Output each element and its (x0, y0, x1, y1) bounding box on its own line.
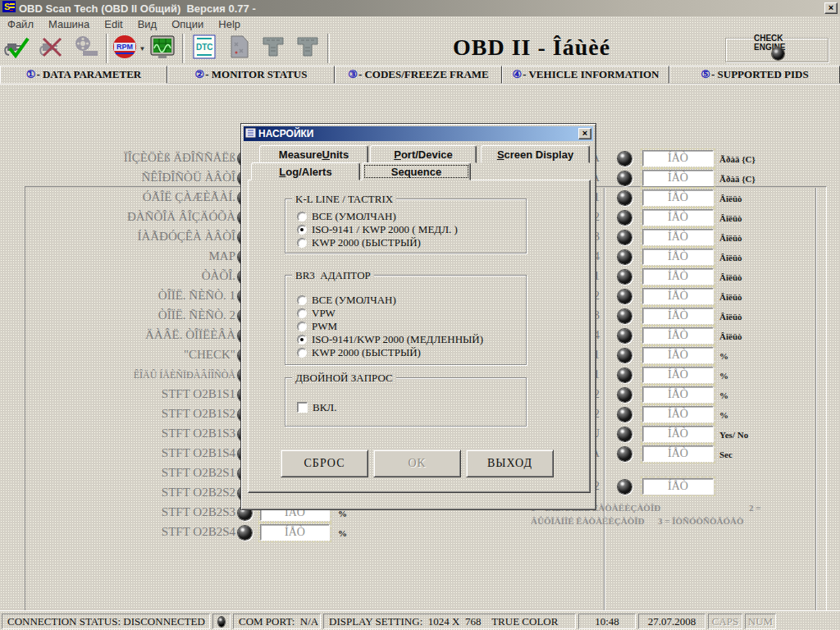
param-unit: % (338, 528, 347, 538)
status-led-icon (618, 427, 632, 441)
ok-button: OK (373, 450, 461, 477)
radio-button[interactable] (297, 212, 307, 221)
window-close-icon[interactable]: × (824, 2, 838, 14)
tab--codes-freeze-frame[interactable]: ③- CODES/FREEZE FRAME (335, 66, 502, 84)
status-bar: CONNECTION STATUS: DISCONNECTED COM PORT… (0, 610, 840, 630)
tab--monitor-status[interactable]: ②- MONITOR STATUS (167, 66, 335, 84)
tab-label: - MONITOR STATUS (205, 68, 307, 81)
oscilloscope-icon (148, 33, 176, 64)
param-unit: % (719, 351, 728, 361)
param-unit: % (719, 390, 728, 400)
status-led-icon (618, 309, 632, 323)
group-title: BR3 АДАПТОР (292, 269, 374, 282)
checkbox[interactable] (297, 402, 308, 413)
record-log-button[interactable] (69, 32, 103, 65)
window-titlebar[interactable]: S OBD Scan Tech (OBD II Общий) Версия 0.… (0, 0, 840, 16)
выход-button[interactable]: ВЫХОД (466, 450, 554, 477)
dialog-tab-port-device[interactable]: Port/Device (370, 145, 477, 163)
date: 27.07.2008 (638, 614, 705, 629)
radio-button[interactable] (297, 335, 307, 345)
status-led-icon (618, 211, 632, 225)
menu-item-0[interactable]: Файл (0, 18, 41, 30)
num-indicator: NUM (745, 614, 776, 629)
freeze-frame-button[interactable] (221, 32, 256, 65)
status-led-icon (618, 368, 632, 382)
status-led-icon (618, 171, 632, 185)
param-unit: Âîëüò (719, 331, 742, 341)
menu-item-4[interactable]: Опции (164, 18, 211, 30)
connector-2-button[interactable] (290, 32, 325, 65)
param-value-box: ÍÅÒ (260, 524, 330, 541)
dialog-tab-measure-units[interactable]: Measure Units (259, 145, 368, 163)
radio-button[interactable] (297, 225, 307, 235)
connection-led-panel (212, 614, 231, 629)
group-title: ДВОЙНОЙ ЗАПРОС (292, 372, 396, 385)
param-value-box: ÍÅÒ (642, 445, 714, 462)
dialog-close-icon[interactable]: × (578, 128, 591, 139)
param-unit: Ãðàä {C} (719, 154, 756, 164)
connection-status: CONNECTION STATUS: DISCONNECTED (2, 614, 210, 629)
status-led-icon (618, 191, 632, 205)
param-unit: Yes/ No (719, 430, 748, 440)
com-port-status: COM PORT: N/A (233, 614, 321, 629)
tab--supported-pids[interactable]: ⑤- SUPPORTED PIDS (669, 66, 840, 84)
connector-1-button[interactable] (256, 32, 290, 65)
option-row: ВСЕ (УМОЛЧАН) (297, 294, 396, 306)
param-value-box: ÍÅÒ (642, 347, 714, 363)
status-led-icon (618, 447, 632, 461)
svg-text:S: S (4, 2, 10, 11)
connect-button[interactable] (0, 32, 34, 65)
disconnect-button[interactable] (34, 32, 69, 65)
menu-item-2[interactable]: Edit (97, 18, 130, 30)
radio-button[interactable] (297, 348, 307, 358)
param-row: STFT O2B2S4ÍÅÒ% (0, 523, 840, 543)
toolbar-separator (327, 34, 330, 63)
br3-adapter-group: BR3 АДАПТОР ВСЕ (УМОЛЧАН)VPWPWMISO-9141/… (285, 275, 527, 365)
rpm-gauge-button[interactable]: RPM ▼ (111, 32, 145, 65)
option-row: ISO-9141 / KWP 2000 ( МЕДЛ. ) (297, 223, 458, 235)
param-unit: Âîëüò (719, 253, 742, 262)
param-value-box: ÍÅÒ (642, 478, 714, 495)
tab-label: - DATA PARAMETER (36, 68, 141, 81)
menu-item-3[interactable]: Вид (130, 18, 165, 30)
option-row: ВКЛ. (297, 401, 336, 413)
dialog-title: НАСРОЙКИ (258, 128, 313, 139)
legend-line2: ÂÛÕÎÄÍÎÉ ÊÀÒÀËÈÇÀÒÎÐ 3 = ÎÒÑÓÒÑÒÂÓÅÒ (531, 516, 744, 526)
menu-item-1[interactable]: Машина (41, 18, 97, 30)
dialog-icon (245, 126, 256, 141)
oscilloscope-button[interactable] (145, 32, 180, 65)
dialog-tab-log-alerts[interactable]: Log/Alerts (251, 162, 360, 180)
radio-button[interactable] (297, 295, 307, 305)
radio-button[interactable] (297, 238, 307, 248)
option-label: ISO-9141/KWP 2000 (МЕДЛЕННЫЙ) (312, 333, 483, 346)
param-value-box: ÍÅÒ (642, 288, 714, 304)
сброс-button[interactable]: СБРОС (281, 450, 368, 477)
radio-button[interactable] (297, 308, 307, 318)
chip-page-icon (225, 33, 253, 64)
dialog-tab-sequence[interactable]: Sequence (362, 162, 471, 180)
dialog-tab-screen-display[interactable]: Screen Display (481, 145, 590, 163)
status-led-icon (618, 250, 632, 264)
tab--vehicle-information[interactable]: ④- VEHICLE INFORMATION (502, 66, 669, 84)
option-label: KWP 2000 (БЫСТРЫЙ) (312, 346, 421, 359)
option-label: VPW (312, 307, 336, 320)
menu-item-5[interactable]: Help (211, 18, 248, 30)
option-label: ISO-9141 / KWP 2000 ( МЕДЛ. ) (312, 223, 458, 236)
radio-button[interactable] (297, 322, 307, 331)
obd-connector-icon (294, 33, 322, 64)
rpm-label: RPM (116, 43, 133, 51)
tab-number: ① (26, 68, 36, 81)
obd-connector-icon (259, 33, 287, 64)
group-title: K-L LINE / TACTRIX (292, 193, 396, 206)
param-value-box: ÍÅÒ (642, 327, 714, 344)
dtc-codes-button[interactable]: DTC (187, 32, 221, 65)
plug-connect-icon (3, 33, 31, 64)
status-led-icon (618, 349, 632, 363)
param-value-box: ÍÅÒ (642, 229, 714, 245)
tab--data-parameter[interactable]: ①- DATA PARAMETER (0, 66, 167, 84)
param-unit: Âîëüò (719, 194, 742, 203)
dialog-titlebar[interactable]: НАСРОЙКИ × (244, 126, 593, 141)
option-row: ВСЕ (УМОЛЧАН) (297, 210, 396, 222)
param-value-box: ÍÅÒ (642, 406, 714, 422)
check-engine-lamp-icon (772, 48, 784, 60)
